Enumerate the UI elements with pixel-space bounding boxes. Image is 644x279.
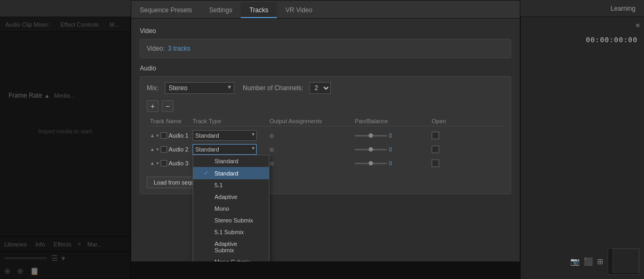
right-panel-top: ≡ bbox=[523, 19, 642, 31]
audio-section-header: Audio bbox=[140, 65, 511, 72]
track-1-open[interactable] bbox=[432, 132, 439, 139]
track-2-pan: 0 bbox=[355, 147, 432, 153]
audio-section: Mix: Stereo 5.1 Mono Adaptive Number of … bbox=[140, 76, 511, 194]
dropdown-item-standard[interactable]: Standard bbox=[193, 155, 269, 167]
track-1-pan-thumb bbox=[369, 133, 373, 138]
track-1-pan-value: 0 bbox=[389, 133, 395, 139]
track-1-name: Audio 1 bbox=[169, 132, 188, 139]
tab-vr-video[interactable]: VR Video bbox=[277, 2, 321, 18]
track-table: Track Name Track Type Output Assignments… bbox=[147, 116, 504, 170]
track-3-pan-slider[interactable] bbox=[355, 163, 387, 164]
track-3-pan: 0 bbox=[355, 161, 432, 166]
track-1-controls: ▲ ▾ Audio 1 bbox=[150, 132, 193, 139]
table-row: ▲ ▾ Audio 2 Standard 5.1 Adaptive Mono bbox=[147, 142, 504, 156]
video-track-count: 3 tracks bbox=[168, 45, 190, 52]
dropdown-item-51-submix[interactable]: 5.1 Submix bbox=[193, 226, 269, 238]
track-1-type-select[interactable]: Standard 5.1 Adaptive Mono Stereo Submix… bbox=[193, 130, 257, 141]
track-2-type-cell: Standard 5.1 Adaptive Mono Stereo Submix… bbox=[193, 144, 269, 155]
track-1-type-cell: Standard 5.1 Adaptive Mono Stereo Submix… bbox=[193, 130, 269, 141]
track-2-checkbox[interactable] bbox=[161, 146, 167, 153]
track-2-pan-slider[interactable] bbox=[355, 149, 387, 150]
track-2-type-wrapper: Standard 5.1 Adaptive Mono Stereo Submix… bbox=[193, 144, 257, 155]
track-1-collapse[interactable]: ▲ bbox=[150, 133, 155, 138]
dialog-tabs: Sequence Presets Settings Tracks VR Vide… bbox=[131, 1, 520, 19]
track-2-controls: ▲ ▾ Audio 2 bbox=[150, 146, 193, 153]
track-type-dropdown: Standard ✓ Standard 5.1 bbox=[193, 155, 269, 261]
track-3-output: ⊞ bbox=[269, 161, 355, 166]
col-track-type: Track Type bbox=[193, 118, 269, 124]
track-3-pan-thumb bbox=[369, 161, 373, 165]
mix-row: Mix: Stereo 5.1 Mono Adaptive Number of … bbox=[147, 82, 504, 94]
tab-tracks[interactable]: Tracks bbox=[241, 2, 277, 18]
dialog-content: Video Video: 3 tracks Audio Mix: Stereo … bbox=[131, 19, 520, 261]
fullscreen-icon[interactable]: ⬛ bbox=[584, 257, 593, 266]
remove-track-button[interactable]: − bbox=[162, 100, 173, 112]
grid-icon[interactable]: ⊞ bbox=[597, 257, 603, 266]
dropdown-item-mono[interactable]: Mono bbox=[193, 203, 269, 214]
track-2-pan-thumb bbox=[369, 147, 373, 152]
video-section: Video: 3 tracks bbox=[140, 39, 511, 58]
track-1-pan-slider[interactable] bbox=[355, 135, 387, 137]
track-table-header: Track Name Track Type Output Assignments… bbox=[147, 116, 504, 126]
track-2-name: Audio 2 bbox=[169, 146, 188, 153]
dropdown-item-mono-submix[interactable]: Mono Submix bbox=[193, 256, 269, 261]
mix-select[interactable]: Stereo 5.1 Mono Adaptive bbox=[165, 82, 234, 94]
track-1-expand[interactable]: ▾ bbox=[156, 133, 159, 138]
tab-settings[interactable]: Settings bbox=[201, 2, 241, 18]
channels-select[interactable]: 2 4 6 bbox=[309, 82, 331, 94]
dropdown-item-adaptive-submix[interactable]: Adaptive Submix bbox=[193, 238, 269, 256]
camera-icon[interactable]: 📷 bbox=[570, 257, 579, 266]
mix-select-wrapper: Stereo 5.1 Mono Adaptive bbox=[165, 82, 234, 94]
track-1-checkbox[interactable] bbox=[161, 132, 167, 139]
track-3-collapse[interactable]: ▲ bbox=[150, 161, 155, 166]
col-output: Output Assignments bbox=[269, 118, 355, 124]
track-1-type-wrapper: Standard 5.1 Adaptive Mono Stereo Submix… bbox=[193, 130, 257, 141]
video-label: Video: bbox=[147, 45, 165, 52]
track-1-output: ⊞ bbox=[269, 133, 355, 139]
channels-label: Number of Channels: bbox=[243, 84, 303, 92]
right-panel-bottom: 📷 ⬛ ⊞ bbox=[523, 246, 642, 277]
output-3-icon: ⊞ bbox=[269, 161, 274, 166]
right-panel: ≡ 00:00:00:00 📷 ⬛ ⊞ bbox=[520, 17, 644, 279]
track-2-pan-value: 0 bbox=[389, 147, 395, 153]
preview-thumbnail bbox=[608, 248, 640, 275]
col-open: Open bbox=[432, 118, 474, 124]
video-section-header: Video bbox=[140, 27, 511, 35]
track-2-collapse[interactable]: ▲ bbox=[150, 147, 155, 152]
dropdown-item-51[interactable]: 5.1 bbox=[193, 179, 269, 191]
mix-label: Mix: bbox=[147, 84, 158, 92]
dialog: Sequence Presets Settings Tracks VR Vide… bbox=[131, 0, 520, 262]
tab-sequence-presets[interactable]: Sequence Presets bbox=[131, 2, 201, 18]
track-2-type-select[interactable]: Standard 5.1 Adaptive Mono Stereo Submix… bbox=[193, 144, 257, 155]
track-buttons: + − bbox=[147, 100, 504, 112]
dropdown-item-stereo-submix[interactable]: Stereo Submix bbox=[193, 214, 269, 226]
video-tracks-row: Video: 3 tracks bbox=[147, 45, 504, 52]
add-track-button[interactable]: + bbox=[147, 100, 158, 112]
dropdown-item-adaptive[interactable]: Adaptive bbox=[193, 191, 269, 203]
col-track-name: Track Name bbox=[150, 118, 193, 124]
selected-check-icon: ✓ bbox=[204, 170, 211, 177]
track-2-expand[interactable]: ▾ bbox=[156, 147, 159, 152]
track-3-pan-value: 0 bbox=[389, 161, 395, 166]
panel-menu-icon[interactable]: ≡ bbox=[635, 21, 640, 29]
learning-label: Learning bbox=[610, 5, 635, 12]
track-3-expand[interactable]: ▾ bbox=[156, 161, 159, 166]
track-1-pan: 0 bbox=[355, 133, 432, 139]
track-3-controls: ▲ ▾ Audio 3 bbox=[150, 160, 193, 166]
dropdown-item-standard-selected[interactable]: ✓ Standard bbox=[193, 167, 269, 179]
track-3-open[interactable] bbox=[432, 160, 439, 167]
table-row: ▲ ▾ Audio 1 Standard 5.1 Adaptive Mono bbox=[147, 129, 504, 142]
track-2-output: ⊞ bbox=[269, 147, 355, 153]
preview-inner bbox=[613, 249, 639, 273]
track-3-name: Audio 3 bbox=[169, 160, 188, 166]
track-3-checkbox[interactable] bbox=[161, 160, 167, 166]
col-pan: Pan/Balance bbox=[355, 118, 432, 124]
output-1-icon: ⊞ bbox=[269, 133, 274, 139]
timecode-display: 00:00:00:00 bbox=[586, 36, 642, 44]
output-2-icon: ⊞ bbox=[269, 147, 274, 153]
track-2-open[interactable] bbox=[432, 146, 439, 153]
